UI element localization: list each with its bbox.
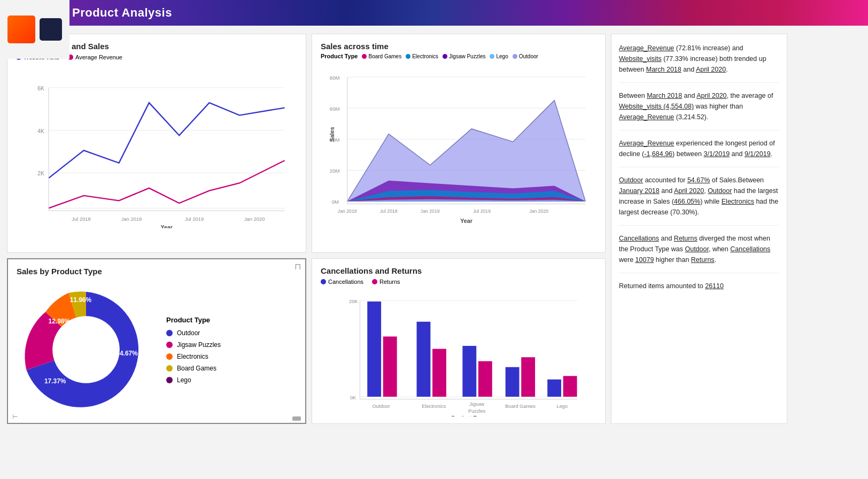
svg-text:Lego: Lego: [557, 404, 568, 409]
insight-5: Cancellations and Returns diverged the m…: [619, 233, 779, 273]
svg-text:Jan 2020: Jan 2020: [529, 208, 548, 214]
svg-text:20K: 20K: [349, 299, 358, 304]
svg-text:Product Type: Product Type: [451, 415, 485, 416]
svg-text:4K: 4K: [37, 128, 44, 134]
sales-across-time-title: Sales across time: [321, 42, 596, 51]
logo-square-orange: [7, 16, 35, 43]
svg-rect-53: [462, 346, 476, 397]
cancellations-chart: 20K 0K Outdoor Electronics Jig: [321, 288, 596, 416]
insight-2: Between March 2018 and April 2020, the a…: [619, 90, 779, 130]
svg-text:80M: 80M: [330, 75, 340, 81]
svg-rect-50: [383, 336, 397, 397]
svg-text:6K: 6K: [37, 86, 44, 91]
donut-chart: 54.67% 17.37% 12.98% 11.96%: [17, 280, 156, 419]
product-type-label: Product Type: [321, 53, 358, 59]
svg-text:2K: 2K: [37, 171, 44, 176]
svg-rect-55: [506, 367, 520, 397]
svg-text:20M: 20M: [330, 168, 340, 174]
svg-rect-49: [367, 302, 381, 397]
legend-avg-revenue: Average Revenue: [75, 54, 122, 60]
svg-text:60M: 60M: [330, 106, 340, 112]
svg-text:Jigsaw: Jigsaw: [469, 401, 485, 407]
donut-legend: Product Type Outdoor Jigsaw Puzzles Elec…: [166, 316, 221, 384]
svg-rect-57: [547, 380, 561, 397]
insights-panel: Average_Revenue (72.81% increase) and We…: [611, 34, 787, 424]
logo-area: [0, 0, 69, 59]
website-visits-panel: Website visits and Sales Website visits …: [7, 34, 306, 253]
svg-text:Jul 2019: Jul 2019: [185, 216, 204, 222]
svg-text:Jan 2019: Jan 2019: [121, 216, 142, 222]
svg-text:Electronics: Electronics: [422, 404, 446, 409]
header-title: Product Analysis: [72, 6, 172, 20]
svg-text:Jul 2019: Jul 2019: [473, 208, 491, 214]
svg-rect-52: [432, 349, 446, 397]
sales-across-time-panel: Sales across time Product Type Board Gam…: [312, 34, 606, 253]
insight-1: Average_Revenue (72.81% increase) and We…: [619, 43, 779, 83]
website-visits-chart: 6K 4K 2K Jul 2018 Jan 2019 Jul 2019 Jan …: [16, 63, 297, 228]
svg-rect-54: [478, 361, 492, 397]
svg-text:Year: Year: [460, 218, 472, 224]
insight-4: Outdoor accounted for 54.67% of Sales.Be…: [619, 175, 779, 226]
svg-text:17.37%: 17.37%: [44, 377, 66, 385]
cancellations-returns-title: Cancellations and Returns: [321, 266, 596, 275]
svg-text:Outdoor: Outdoor: [372, 404, 390, 409]
svg-text:Puzzles: Puzzles: [468, 408, 486, 414]
svg-point-38: [52, 316, 120, 383]
insight-6: Returned items amounted to 26110: [619, 281, 779, 291]
sales-across-time-chart: 80M 60M 40M 20M 0M Jan 2018 Jul: [321, 61, 596, 227]
svg-text:Jan 2019: Jan 2019: [421, 208, 440, 214]
sales-by-product-panel: Sales by Product Type 54.67% 17.37% 12.9…: [7, 258, 306, 424]
sales-by-product-title: Sales by Product Type: [17, 267, 297, 276]
svg-text:Jan 2018: Jan 2018: [338, 208, 357, 214]
insight-3: Average_Revenue experienced the longest …: [619, 138, 779, 167]
logo-square-dark: [40, 18, 62, 41]
svg-text:Sales: Sales: [329, 127, 335, 142]
svg-rect-51: [417, 322, 431, 397]
svg-rect-58: [563, 376, 577, 397]
svg-text:Year: Year: [161, 225, 173, 228]
svg-text:Jan 2020: Jan 2020: [244, 216, 265, 222]
svg-text:Board Games: Board Games: [505, 404, 536, 409]
cancellations-returns-panel: Cancellations and Returns Cancellations …: [312, 258, 606, 424]
svg-text:0M: 0M: [332, 199, 339, 205]
svg-rect-56: [521, 357, 535, 397]
svg-text:12.98%: 12.98%: [49, 318, 71, 325]
svg-text:Jul 2018: Jul 2018: [380, 208, 398, 214]
svg-text:11.96%: 11.96%: [70, 296, 92, 304]
svg-text:54.67%: 54.67%: [116, 350, 138, 357]
svg-text:Jul 2018: Jul 2018: [72, 216, 90, 222]
svg-text:0K: 0K: [350, 395, 356, 400]
